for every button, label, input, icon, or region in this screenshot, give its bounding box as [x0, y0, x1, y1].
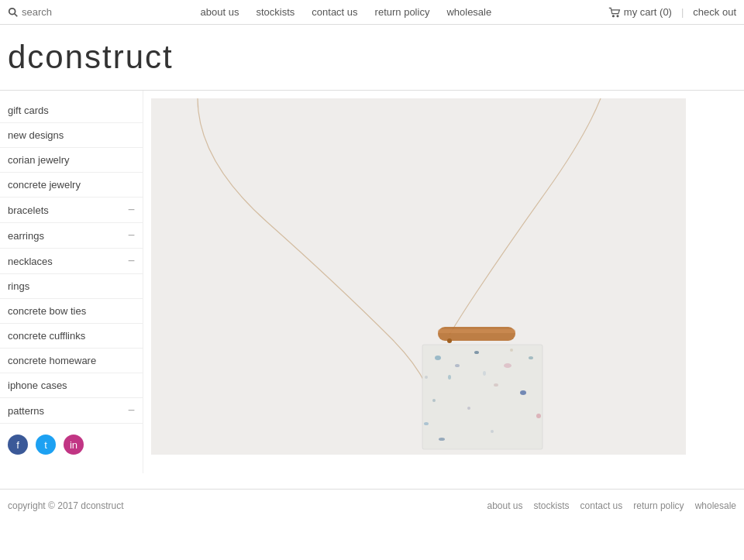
nav-about-us[interactable]: about us: [201, 6, 239, 18]
nav-stockists[interactable]: stockists: [256, 6, 294, 18]
divider: |: [681, 6, 684, 18]
sidebar-toggle-icon[interactable]: −: [128, 204, 135, 216]
sidebar-toggle-icon[interactable]: −: [128, 404, 135, 417]
svg-point-12: [448, 375, 451, 380]
svg-point-24: [483, 371, 486, 376]
sidebar-item-concrete-cufflinks[interactable]: concrete cufflinks: [0, 324, 143, 349]
svg-point-25: [425, 376, 428, 379]
instagram-icon[interactable]: in: [64, 435, 84, 455]
svg-point-14: [494, 383, 498, 387]
cart-area[interactable]: my cart (0): [608, 6, 672, 18]
footer-contact-us[interactable]: contact us: [580, 500, 623, 511]
sidebar-item-gift-cards[interactable]: gift cards: [0, 98, 143, 123]
sidebar-item-necklaces[interactable]: necklaces−: [0, 249, 143, 274]
footer-links: about us stockists contact us return pol…: [487, 500, 736, 511]
svg-point-13: [529, 356, 533, 359]
nav-contact-us[interactable]: contact us: [312, 6, 357, 18]
site-logo[interactable]: dconstruct: [8, 39, 174, 75]
facebook-icon[interactable]: f: [8, 435, 28, 455]
sidebar: gift cardsnew designscorian jewelryconcr…: [0, 91, 143, 473]
svg-point-9: [435, 356, 441, 360]
sidebar-item-label: iphone cases: [8, 380, 67, 391]
sidebar-item-label: necklaces: [8, 256, 53, 267]
svg-point-10: [474, 351, 479, 354]
nav-wholesale[interactable]: wholesale: [446, 6, 491, 18]
necklace-illustration: [151, 98, 686, 455]
sidebar-item-label: new designs: [8, 129, 64, 141]
sidebar-item-label: earrings: [8, 230, 44, 242]
sidebar-item-rings[interactable]: rings: [0, 274, 143, 299]
footer-wholesale[interactable]: wholesale: [695, 500, 736, 511]
svg-point-20: [491, 430, 494, 433]
svg-point-17: [467, 407, 470, 410]
svg-point-16: [520, 390, 526, 395]
svg-point-15: [432, 399, 436, 402]
search-icon: [8, 7, 19, 18]
logo-area: dconstruct: [0, 25, 744, 91]
social-icons: f t in: [0, 424, 143, 466]
sidebar-item-bracelets[interactable]: bracelets−: [0, 198, 143, 223]
footer-stockists[interactable]: stockists: [534, 500, 570, 511]
svg-line-1: [15, 13, 18, 16]
footer: copyright © 2017 dconstruct about us sto…: [0, 489, 744, 522]
footer-about-us[interactable]: about us: [487, 500, 522, 511]
sidebar-item-label: patterns: [8, 405, 44, 417]
sidebar-item-concrete-homeware[interactable]: concrete homeware: [0, 349, 143, 373]
sidebar-item-new-designs[interactable]: new designs: [0, 123, 143, 148]
main-layout: gift cardsnew designscorian jewelryconcr…: [0, 91, 744, 473]
sidebar-item-label: concrete jewelry: [8, 179, 81, 191]
svg-point-23: [455, 364, 460, 367]
cart-checkout-area: my cart (0) | check out: [608, 6, 736, 18]
svg-point-2: [612, 15, 614, 16]
nav-return-policy[interactable]: return policy: [375, 6, 430, 18]
cart-icon: [608, 7, 621, 18]
svg-rect-4: [151, 98, 686, 455]
sidebar-item-patterns[interactable]: patterns−: [0, 398, 143, 424]
search-area[interactable]: [8, 6, 84, 18]
sidebar-item-iphone-cases[interactable]: iphone cases: [0, 373, 143, 398]
sidebar-item-label: corian jewelry: [8, 154, 69, 166]
sidebar-item-earrings[interactable]: earrings−: [0, 223, 143, 249]
twitter-icon[interactable]: t: [36, 435, 56, 455]
top-bar: about us stockists contact us return pol…: [0, 0, 744, 25]
sidebar-item-label: rings: [8, 280, 29, 292]
svg-point-22: [510, 349, 513, 352]
product-image: [151, 98, 686, 455]
content-area: [143, 91, 744, 473]
svg-point-11: [504, 363, 512, 368]
sidebar-item-label: gift cards: [8, 105, 49, 116]
svg-rect-8: [422, 345, 542, 449]
main-nav: about us stockists contact us return pol…: [84, 6, 608, 18]
svg-point-3: [617, 15, 618, 16]
svg-point-7: [447, 338, 452, 343]
sidebar-toggle-icon[interactable]: −: [128, 229, 135, 242]
sidebar-item-concrete-jewelry[interactable]: concrete jewelry: [0, 173, 143, 198]
svg-point-19: [536, 414, 541, 418]
search-input[interactable]: [22, 6, 84, 18]
footer-return-policy[interactable]: return policy: [633, 500, 684, 511]
checkout-link[interactable]: check out: [693, 6, 736, 18]
svg-point-0: [9, 8, 16, 14]
sidebar-toggle-icon[interactable]: −: [128, 255, 135, 267]
sidebar-item-label: concrete cufflinks: [8, 330, 85, 342]
sidebar-item-label: concrete bow ties: [8, 305, 86, 317]
sidebar-item-corian-jewelry[interactable]: corian jewelry: [0, 148, 143, 173]
cart-label: my cart (0): [624, 6, 672, 18]
sidebar-item-label: concrete homeware: [8, 355, 96, 366]
sidebar-item-concrete-bow-ties[interactable]: concrete bow ties: [0, 299, 143, 324]
svg-point-21: [439, 438, 445, 441]
svg-rect-6: [438, 329, 515, 333]
sidebar-item-label: bracelets: [8, 204, 49, 216]
svg-point-18: [424, 422, 429, 425]
copyright: copyright © 2017 dconstruct: [8, 500, 124, 511]
